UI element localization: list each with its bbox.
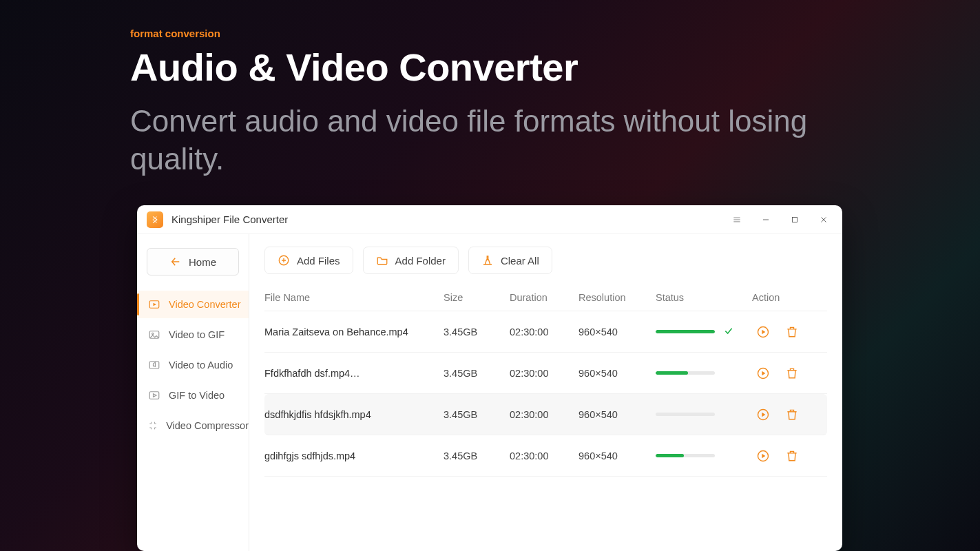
- sidebar-item-video-converter[interactable]: Video Converter: [137, 291, 249, 318]
- play-button[interactable]: [755, 448, 771, 464]
- cell-size: 3.45GB: [444, 326, 510, 337]
- svg-marker-8: [154, 303, 157, 306]
- sidebar-item-label: Video Compressor: [166, 420, 249, 431]
- window-maximize-button[interactable]: [784, 209, 805, 230]
- table-row[interactable]: Maria Zaitseva on Behance.mp43.45GB02:30…: [264, 311, 827, 353]
- home-button[interactable]: Home: [147, 248, 239, 276]
- clear-all-button[interactable]: Clear All: [468, 247, 552, 274]
- table-row[interactable]: Ffdkfhafdh dsf.mp4…3.45GB02:30:00960×540: [264, 353, 827, 394]
- add-folder-label: Add Folder: [395, 255, 446, 267]
- progress-bar: [656, 454, 715, 457]
- th-size: Size: [444, 292, 510, 303]
- add-folder-button[interactable]: Add Folder: [363, 247, 459, 274]
- table-row[interactable]: dsdfhkjdfis hfdsjkfh.mp43.45GB02:30:0096…: [264, 394, 827, 435]
- cell-size: 3.45GB: [444, 409, 510, 420]
- sidebar: Home Video Converter Video to GIF Video …: [137, 234, 249, 551]
- delete-button[interactable]: [784, 406, 800, 423]
- delete-button[interactable]: [784, 448, 800, 464]
- delete-button[interactable]: [784, 365, 800, 382]
- sidebar-item-video-to-gif[interactable]: Video to GIF: [137, 321, 249, 349]
- main-pane: Add Files Add Folder Clear All File Name…: [249, 234, 842, 551]
- cell-size: 3.45GB: [444, 368, 510, 379]
- cell-file-name: Ffdkfhafdh dsf.mp4…: [264, 368, 444, 379]
- progress-bar: [656, 330, 715, 333]
- add-files-label: Add Files: [297, 255, 340, 267]
- cell-resolution: 960×540: [578, 368, 656, 379]
- cell-resolution: 960×540: [578, 409, 656, 420]
- hero: format conversion Audio & Video Converte…: [130, 28, 925, 178]
- cell-file-name: gdihfgjs sdfhjds.mp4: [264, 450, 444, 461]
- window-close-button[interactable]: [813, 209, 834, 230]
- window-minimize-button[interactable]: [755, 209, 776, 230]
- table-row[interactable]: gdihfgjs sdfhjds.mp43.45GB02:30:00960×54…: [264, 435, 827, 477]
- cell-action: [752, 365, 827, 382]
- th-status: Status: [656, 292, 752, 303]
- checkmark-icon: [723, 325, 734, 338]
- hero-eyebrow: format conversion: [130, 28, 925, 39]
- sidebar-item-label: GIF to Video: [169, 390, 225, 401]
- plus-circle-icon: [278, 254, 290, 267]
- progress-bar: [656, 371, 715, 375]
- video-converter-icon: [148, 298, 160, 311]
- cell-action: [752, 406, 827, 423]
- cell-action: [752, 324, 827, 340]
- hamburger-menu-button[interactable]: [727, 209, 747, 230]
- folder-icon: [376, 254, 388, 267]
- sidebar-item-label: Video Converter: [169, 299, 241, 310]
- svg-marker-20: [762, 371, 765, 375]
- broom-icon: [481, 254, 494, 267]
- table-header: File Name Size Duration Resolution Statu…: [264, 284, 827, 311]
- cell-status: [656, 371, 752, 375]
- add-files-button[interactable]: Add Files: [264, 247, 353, 274]
- titlebar: Kingshiper File Converter: [137, 205, 842, 234]
- delete-button[interactable]: [784, 324, 800, 340]
- cell-duration: 02:30:00: [510, 409, 578, 420]
- cell-size: 3.45GB: [444, 450, 510, 461]
- play-icon: [148, 389, 160, 402]
- svg-marker-18: [762, 329, 765, 334]
- th-resolution: Resolution: [578, 292, 656, 303]
- hero-subtitle: Convert audio and video file formats wit…: [130, 102, 888, 178]
- sidebar-item-label: Video to Audio: [169, 360, 233, 371]
- th-name: File Name: [264, 292, 444, 303]
- cell-duration: 02:30:00: [510, 326, 578, 337]
- play-button[interactable]: [755, 365, 771, 382]
- th-action: Action: [752, 292, 827, 303]
- th-duration: Duration: [510, 292, 578, 303]
- cell-status: [656, 454, 752, 457]
- cell-status: [656, 325, 752, 338]
- progress-bar: [656, 413, 715, 416]
- sidebar-item-gif-to-video[interactable]: GIF to Video: [137, 382, 249, 409]
- file-table: File Name Size Duration Resolution Statu…: [264, 284, 827, 551]
- cell-resolution: 960×540: [578, 450, 656, 461]
- clear-all-label: Clear All: [501, 255, 539, 267]
- app-title: Kingshiper File Converter: [171, 214, 288, 225]
- cell-duration: 02:30:00: [510, 450, 578, 461]
- compress-icon: [148, 419, 158, 432]
- cell-file-name: dsdfhkjdfis hfdsjkfh.mp4: [264, 409, 444, 420]
- sidebar-item-label: Video to GIF: [169, 329, 225, 340]
- sidebar-item-video-to-audio[interactable]: Video to Audio: [137, 351, 249, 379]
- image-icon: [148, 329, 160, 341]
- toolbar: Add Files Add Folder Clear All: [264, 247, 827, 274]
- cell-action: [752, 448, 827, 464]
- play-button[interactable]: [755, 406, 771, 423]
- hero-title: Audio & Video Converter: [130, 45, 925, 90]
- svg-marker-13: [154, 394, 157, 397]
- svg-rect-12: [149, 392, 159, 399]
- app-window: Kingshiper File Converter Home Video Con…: [137, 205, 842, 551]
- cell-duration: 02:30:00: [510, 368, 578, 379]
- cell-resolution: 960×540: [578, 326, 656, 337]
- back-arrow-icon: [169, 256, 182, 268]
- svg-marker-22: [762, 412, 765, 417]
- svg-rect-11: [149, 362, 159, 369]
- play-button[interactable]: [755, 324, 771, 340]
- sidebar-item-video-compressor[interactable]: Video Compressor: [137, 412, 249, 439]
- svg-marker-24: [762, 453, 765, 458]
- svg-point-10: [152, 333, 154, 334]
- home-button-label: Home: [189, 256, 216, 268]
- cell-status: [656, 413, 752, 416]
- audio-icon: [148, 359, 160, 371]
- app-logo-icon: [147, 211, 163, 228]
- cell-file-name: Maria Zaitseva on Behance.mp4: [264, 326, 444, 337]
